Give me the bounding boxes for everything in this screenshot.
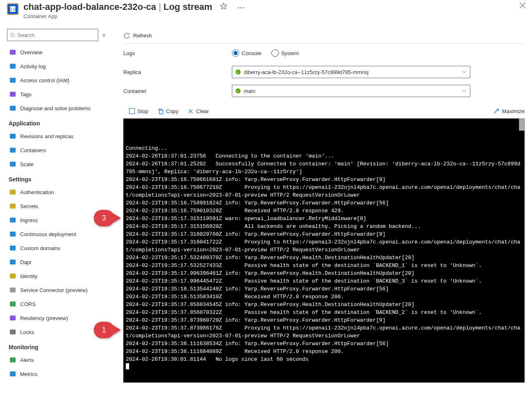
page-title: chat-app-load-balance-232o-ca | Log stre…: [23, 2, 514, 12]
sidebar-item-label: Ingress: [20, 217, 38, 223]
sidebar-item-label: Identity: [20, 273, 37, 279]
sidebar-item[interactable]: Locks: [7, 325, 112, 339]
maximize-button[interactable]: Maximize: [493, 108, 525, 114]
sidebar-section-header: Application: [9, 120, 112, 127]
container-dropdown[interactable]: main: [232, 85, 470, 97]
chevron-down-icon: [462, 88, 467, 93]
logs-label: Logs: [123, 50, 232, 56]
svg-rect-19: [10, 274, 16, 278]
svg-rect-21: [10, 302, 16, 306]
status-ok-icon: [236, 88, 241, 93]
svg-rect-6: [10, 64, 16, 69]
radio-unchecked-icon: [271, 49, 279, 57]
sidebar-item[interactable]: Revisions and replicas: [7, 129, 112, 143]
sidebar-item[interactable]: Activity log: [7, 59, 112, 73]
svg-line-29: [494, 109, 498, 113]
page-subtitle: Container App: [23, 13, 514, 19]
sidebar-item[interactable]: Metrics: [7, 367, 112, 381]
svg-rect-17: [10, 246, 16, 251]
container-value: main: [244, 88, 255, 94]
favorite-icon[interactable]: [220, 2, 227, 10]
sidebar-item[interactable]: Authentication: [7, 185, 112, 199]
close-icon[interactable]: [519, 2, 526, 9]
main-content: Refresh Logs Console System Replica dibe…: [123, 28, 525, 406]
svg-rect-18: [10, 260, 16, 264]
stop-button[interactable]: Stop: [129, 108, 148, 114]
sidebar-item-label: Custom domains: [20, 245, 60, 251]
sidebar-item-label: Alerts: [20, 357, 34, 363]
sidebar-item-label: Revisions and replicas: [20, 133, 74, 139]
sidebar-item[interactable]: Alerts: [7, 353, 112, 367]
sidebar-item[interactable]: Containers: [7, 143, 112, 157]
container-label: Container: [123, 88, 232, 94]
sidebar-item[interactable]: CORS: [7, 297, 112, 311]
sidebar-item[interactable]: Dapr: [7, 255, 112, 269]
status-ok-icon: [236, 70, 241, 74]
refresh-button[interactable]: Refresh: [123, 28, 525, 44]
sidebar-item[interactable]: Overview: [7, 45, 112, 59]
sidebar-item-label: Containers: [20, 147, 46, 153]
refresh-icon: [123, 32, 130, 39]
replica-label: Replica: [123, 69, 232, 75]
sidebar-item[interactable]: Scale: [7, 157, 112, 171]
svg-rect-22: [10, 316, 16, 320]
sidebar-item[interactable]: Resiliency (preview): [7, 311, 112, 325]
scrollbar-thumb[interactable]: [519, 118, 525, 131]
svg-rect-11: [10, 148, 16, 153]
sidebar-item-label: Diagnose and solve problems: [20, 105, 90, 111]
sidebar-item[interactable]: Secrets: [7, 199, 112, 213]
sidebar-item[interactable]: Continuous deployment: [7, 227, 112, 241]
sidebar-item-label: Secrets: [20, 203, 38, 209]
sidebar-item-label: Locks: [20, 329, 34, 335]
more-icon[interactable]: ⋯: [237, 3, 245, 12]
copy-icon: [157, 108, 164, 114]
svg-point-3: [11, 33, 14, 36]
sidebar-item-label: Dapr: [20, 259, 32, 265]
sidebar-section-header: Monitoring: [9, 344, 112, 350]
sidebar-item-label: Resiliency (preview): [20, 315, 68, 321]
replica-dropdown[interactable]: diberry-aca-lb-232o-ca--11z5rzy-57c899d7…: [232, 66, 470, 78]
sidebar-item[interactable]: Custom domains: [7, 241, 112, 255]
container-app-icon: ((·)): [7, 3, 19, 15]
svg-rect-13: [10, 190, 16, 195]
sidebar-item-label: Scale: [20, 161, 34, 167]
sidebar-item[interactable]: Service Connector (preview): [7, 283, 112, 297]
sidebar-item-label: Access control (IAM): [20, 77, 69, 84]
svg-rect-20: [10, 288, 16, 292]
svg-marker-0: [220, 3, 227, 9]
sidebar-item[interactable]: Ingress: [7, 213, 112, 227]
sidebar-section-header: Settings: [9, 176, 112, 183]
sidebar-item-label: Tags: [20, 91, 31, 97]
sidebar-item-label: Metrics: [20, 371, 37, 377]
sidebar-item-label: Activity log: [20, 63, 46, 70]
cursor-icon: [126, 363, 129, 369]
clear-icon: [187, 108, 194, 114]
radio-checked-icon: [232, 49, 239, 57]
chevron-down-icon: [462, 70, 467, 74]
svg-line-4: [14, 36, 15, 37]
logs-radio-system[interactable]: System: [271, 49, 299, 57]
log-stream-output[interactable]: Connecting... 2024-02-26T18:37:01.23756 …: [123, 118, 525, 383]
maximize-icon: [493, 108, 500, 114]
svg-rect-14: [10, 204, 16, 209]
svg-rect-10: [10, 134, 16, 139]
sidebar-item-label: Authentication: [20, 189, 54, 195]
sidebar-search-input[interactable]: [18, 32, 95, 38]
copy-button[interactable]: Copy: [157, 108, 178, 114]
clear-button[interactable]: Clear: [187, 108, 209, 114]
sidebar-item[interactable]: Identity: [7, 269, 112, 283]
search-icon: [10, 32, 15, 38]
stop-icon: [129, 108, 135, 114]
svg-rect-15: [10, 218, 16, 223]
logs-radio-console[interactable]: Console: [232, 49, 261, 57]
sidebar-item[interactable]: Diagnose and solve problems: [7, 101, 112, 115]
svg-rect-7: [10, 78, 16, 83]
sidebar-item[interactable]: Tags: [7, 87, 112, 101]
svg-rect-8: [10, 92, 16, 97]
collapse-sidebar-icon[interactable]: «: [102, 32, 106, 38]
svg-rect-26: [159, 110, 162, 114]
sidebar-search[interactable]: [7, 29, 98, 41]
svg-rect-9: [10, 106, 16, 111]
svg-rect-25: [10, 371, 16, 376]
sidebar-item[interactable]: Access control (IAM): [7, 73, 112, 87]
